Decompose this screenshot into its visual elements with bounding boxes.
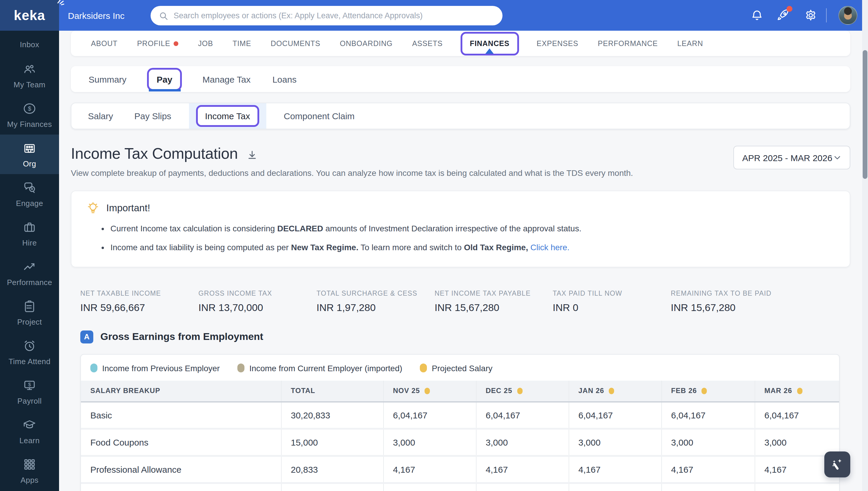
svg-text:$: $ — [28, 105, 31, 112]
financial-year-select[interactable]: APR 2025 - MAR 2026 — [733, 146, 850, 169]
graduation-cap-icon — [23, 417, 37, 432]
table-row-partial — [81, 483, 839, 491]
scrollbar-thumb[interactable] — [863, 50, 867, 179]
tax-summary-stats: NET TAXABLE INCOMEINR 59,66,667 GROSS IN… — [71, 289, 850, 314]
notice-title: Important! — [106, 202, 150, 214]
employee-nav-tabs: ABOUT PROFILE JOB TIME DOCUMENTS ONBOARD… — [71, 31, 850, 56]
projected-dot — [609, 388, 614, 395]
projected-dot — [701, 388, 707, 395]
sidebar: Inbox My Team $ My Finances Org Engage H… — [0, 0, 59, 491]
col-jan-26: JAN 26 — [569, 380, 661, 402]
salary-breakup-table: SALARY BREAKUP TOTAL NOV 25 DEC 25 JAN 2… — [81, 380, 839, 491]
clipboard-icon — [23, 299, 37, 313]
legend-previous-employer: Income from Previous Employer — [90, 363, 220, 373]
tab-component-claim[interactable]: Component Claim — [284, 111, 355, 121]
payroll-monitor-icon: $ — [23, 378, 37, 392]
alarm-clock-icon — [23, 339, 37, 353]
sidebar-item-my-finances[interactable]: $ My Finances — [0, 95, 59, 135]
tab-profile[interactable]: PROFILE — [137, 39, 178, 48]
tab-pay[interactable]: Pay — [147, 67, 181, 91]
col-feb-26: FEB 26 — [661, 380, 755, 402]
tab-finances[interactable]: FINANCES — [460, 32, 519, 55]
stat-remaining-tax: REMAINING TAX TO BE PAIDINR 15,67,280 — [671, 289, 789, 314]
page-header: Income Tax Computation View complete bre… — [71, 145, 850, 178]
tab-learn[interactable]: LEARN — [677, 39, 703, 48]
legend-current-employer: Income from Current Employer (imported) — [237, 363, 402, 373]
tab-job[interactable]: JOB — [198, 39, 213, 48]
important-notice: Important! Current Income tax calculatio… — [71, 191, 850, 267]
col-dec-25: DEC 25 — [476, 380, 569, 402]
engage-chat-icon — [23, 180, 37, 195]
sidebar-item-org[interactable]: Org — [0, 135, 59, 174]
section-badge: A — [80, 330, 93, 343]
tab-salary[interactable]: Salary — [88, 111, 113, 121]
topbar: Darksiders Inc — [0, 0, 862, 31]
tab-about[interactable]: ABOUT — [91, 39, 117, 48]
legend-dot-yellow — [420, 364, 427, 372]
keka-logo[interactable]: keka — [0, 0, 59, 31]
lightbulb-icon — [87, 202, 99, 214]
sidebar-item-inbox[interactable]: Inbox — [0, 33, 59, 55]
finances-sub-tabs: Summary Pay Manage Tax Loans — [71, 66, 850, 92]
click-here-link[interactable]: Click here. — [531, 243, 569, 252]
scrollbar-track[interactable] — [862, 0, 868, 491]
main-content: ABOUT PROFILE JOB TIME DOCUMENTS ONBOARD… — [59, 31, 862, 491]
col-mar-26: MAR 26 — [755, 380, 839, 402]
app-window: Darksiders Inc keka Inbox My Team — [0, 0, 868, 491]
notifications-button[interactable] — [749, 8, 765, 23]
notice-bullet-2: Income and tax liability is being comput… — [110, 242, 834, 254]
tab-time[interactable]: TIME — [233, 39, 251, 48]
pay-tabs: Salary Pay Slips Income Tax Component Cl… — [71, 103, 850, 129]
sidebar-item-hire[interactable]: Hire — [0, 214, 59, 253]
page-subtitle: View complete breakup of payments, deduc… — [71, 168, 633, 178]
sidebar-item-my-team[interactable]: My Team — [0, 55, 59, 95]
section-title: Gross Earnings from Employment — [101, 331, 263, 343]
sidebar-item-performance[interactable]: Performance — [0, 253, 59, 293]
svg-text:$: $ — [28, 381, 31, 387]
global-search[interactable] — [150, 6, 503, 25]
notice-bullet-1: Current Income tax calculation is consid… — [110, 223, 834, 235]
sidebar-item-learn[interactable]: Learn — [0, 411, 59, 451]
stat-tax-paid-till-now: TAX PAID TILL NOWINR 0 — [553, 289, 671, 314]
profile-alert-dot — [174, 41, 178, 46]
salary-breakup-card: Income from Previous Employer Income fro… — [80, 354, 840, 491]
tab-assets[interactable]: ASSETS — [412, 39, 443, 48]
apps-grid-icon — [23, 457, 37, 471]
tab-manage-tax[interactable]: Manage Tax — [202, 74, 251, 84]
stat-net-income-tax-payable: NET INCOME TAX PAYABLEINR 15,67,280 — [435, 289, 553, 314]
dollar-circle-icon: $ — [23, 101, 37, 115]
sidebar-item-payroll[interactable]: $ Payroll — [0, 372, 59, 411]
whats-new-button[interactable] — [775, 8, 791, 23]
settings-button[interactable] — [803, 8, 818, 23]
sidebar-item-time-attend[interactable]: Time Attend — [0, 332, 59, 372]
stat-total-surcharge-cess: TOTAL SURCHARGE & CESSINR 1,97,280 — [316, 289, 435, 314]
tab-expenses[interactable]: EXPENSES — [537, 39, 578, 48]
tab-income-tax[interactable]: Income Tax — [189, 103, 266, 129]
sidebar-item-apps[interactable]: Apps — [0, 451, 59, 490]
stat-net-taxable-income: NET TAXABLE INCOMEINR 59,66,667 — [80, 289, 198, 314]
tab-performance[interactable]: PERFORMANCE — [598, 39, 658, 48]
notification-dot — [786, 6, 792, 12]
projected-dot — [424, 388, 430, 395]
table-row-basic: Basic 30,20,833 6,04,167 6,04,167 6,04,1… — [81, 402, 839, 429]
projected-dot — [797, 388, 802, 395]
tab-documents[interactable]: DOCUMENTS — [271, 39, 320, 48]
sidebar-item-project[interactable]: Project — [0, 293, 59, 332]
briefcase-icon — [23, 220, 37, 234]
col-nov-25: NOV 25 — [383, 380, 476, 402]
tab-summary[interactable]: Summary — [89, 74, 127, 84]
stat-gross-income-tax: GROSS INCOME TAXINR 13,70,000 — [198, 289, 316, 314]
user-avatar[interactable] — [838, 6, 857, 25]
tab-pay-slips[interactable]: Pay Slips — [134, 111, 171, 121]
ai-assistant-button[interactable] — [824, 452, 850, 478]
legend: Income from Previous Employer Income fro… — [81, 354, 839, 380]
tab-onboarding[interactable]: ONBOARDING — [340, 39, 393, 48]
tab-loans[interactable]: Loans — [273, 74, 297, 84]
download-button[interactable] — [246, 149, 258, 161]
bell-icon — [751, 9, 763, 22]
chevron-down-icon — [833, 153, 841, 162]
search-input[interactable] — [174, 11, 494, 20]
team-icon — [23, 62, 37, 76]
logo-sparks-icon — [56, 0, 66, 6]
sidebar-item-engage[interactable]: Engage — [0, 174, 59, 214]
